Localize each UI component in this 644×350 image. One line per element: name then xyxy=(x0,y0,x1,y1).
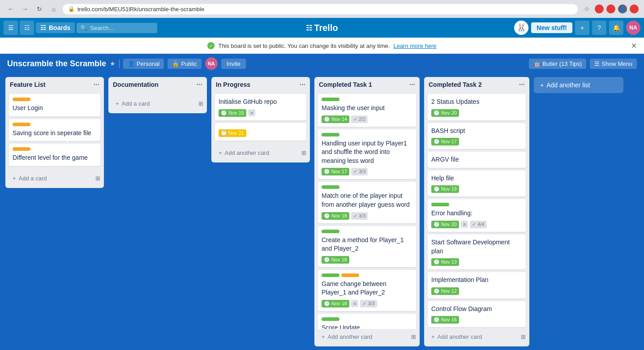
card-title: Implementation Plan xyxy=(431,276,522,285)
user-avatar-header[interactable]: NA xyxy=(626,21,640,35)
invite-button[interactable]: Invite xyxy=(221,59,246,69)
plus-icon: + xyxy=(116,100,119,107)
list-body xyxy=(108,92,207,96)
card[interactable]: Match one of the player input from anoth… xyxy=(318,182,416,223)
extension-1[interactable] xyxy=(595,4,604,13)
card[interactable]: Help file🕐 Nov 19 xyxy=(428,171,526,197)
card[interactable]: Game change between Player_1 and Player_… xyxy=(318,270,416,311)
info-button[interactable]: ? xyxy=(592,21,606,35)
card-title: Handling user input by Player1 and shuff… xyxy=(322,139,412,166)
card-title: Game change between Player_1 and Player_… xyxy=(322,280,412,297)
new-label: New stuff! xyxy=(537,24,567,31)
card-title: Start Software Development plan xyxy=(431,238,522,256)
search-bar[interactable]: 🔍 Search... xyxy=(77,23,157,33)
badge: 🕐 Nov 20 xyxy=(431,109,459,117)
notification-button[interactable]: 🔔 xyxy=(609,21,623,35)
archive-icon[interactable]: ⊞ xyxy=(411,333,416,340)
extension-2[interactable] xyxy=(606,4,615,13)
forward-button[interactable]: → xyxy=(20,4,30,14)
bookmark-button[interactable]: ☆ xyxy=(581,4,592,14)
card[interactable]: Implementation Plan🕐 Nov 12 xyxy=(428,272,526,299)
personal-button[interactable]: 👤 Personal xyxy=(123,59,164,69)
card-label-green xyxy=(322,98,339,101)
card[interactable]: Score Update🕐 Nov 19✓ 2/2 xyxy=(318,314,416,329)
list-menu-button[interactable]: ··· xyxy=(519,81,525,89)
list-menu-button[interactable]: ··· xyxy=(300,81,305,89)
board-header-right: 🤖 Butler (13 Tips) ☰ Show Menu xyxy=(529,59,637,69)
url-bar[interactable]: 🔒 trello.com/b/MEU51lRk/unscramble-the-s… xyxy=(63,4,578,14)
home-button[interactable]: ⌂ xyxy=(48,4,59,14)
back-button[interactable]: ← xyxy=(5,4,16,14)
card-title: ARGV file xyxy=(431,155,522,164)
card[interactable]: 🕐 Nov 21 xyxy=(215,123,306,141)
list-documentation: Documentation···+ Add a card⊞ xyxy=(108,77,207,113)
card-label-green xyxy=(322,230,339,233)
card[interactable]: Create a method for Player_1 and Player_… xyxy=(318,226,416,267)
card[interactable]: Saving score in seperate file xyxy=(9,119,100,141)
list-body: Initialise GitHub repo🕐 Nov 15≡ 🕐 Nov 21 xyxy=(211,92,310,145)
new-stuff-button[interactable]: New stuff! xyxy=(531,22,572,33)
add-list-label: Add another list xyxy=(546,81,590,89)
card[interactable]: Error handling:🕐 Nov 20≡ ✓ 4/4 xyxy=(428,199,526,232)
archive-icon[interactable]: ⊞ xyxy=(301,149,306,156)
public-button[interactable]: 🔓 Public xyxy=(167,59,201,69)
learn-more-link[interactable]: Learn more here xyxy=(393,43,436,49)
extension-3[interactable] xyxy=(630,4,639,13)
card[interactable]: Initialise GitHub repo🕐 Nov 15≡ xyxy=(215,94,306,120)
card[interactable]: BASH script🕐 Nov 17 xyxy=(428,123,526,149)
card[interactable]: Different level for the game xyxy=(9,144,100,166)
star-board-button[interactable]: ★ xyxy=(110,60,116,67)
list-body: Masking the user input🕐 Nov 14✓ 2/2Handl… xyxy=(314,92,420,329)
card-title: Help file xyxy=(431,174,522,183)
list-menu-button[interactable]: ··· xyxy=(94,81,99,89)
badge: 🕐 Nov 13 xyxy=(431,258,459,266)
card[interactable]: Start Software Development plan🕐 Nov 13 xyxy=(428,235,526,269)
card[interactable]: User Login xyxy=(9,94,100,116)
plus-icon: + xyxy=(13,175,16,182)
card-title: Different level for the game xyxy=(13,154,97,162)
badge: 🕐 Nov 18 xyxy=(322,300,349,307)
close-banner-button[interactable]: ✕ xyxy=(631,42,637,50)
add-card-label: Add a card xyxy=(19,175,47,182)
add-card-button[interactable]: + Add another card xyxy=(318,331,411,343)
add-list-button[interactable]: +Add another list xyxy=(534,77,623,93)
card[interactable]: Masking the user input🕐 Nov 14✓ 2/2 xyxy=(318,94,416,127)
member-avatar[interactable]: NA xyxy=(205,57,218,70)
grid-icon-btn[interactable]: ☷ xyxy=(20,21,34,35)
add-card-button[interactable]: + Add a card xyxy=(112,98,198,110)
badge: 🕐 Nov 20 xyxy=(431,221,459,228)
show-menu-button[interactable]: ☰ Show Menu xyxy=(590,59,637,69)
list-menu-button[interactable]: ··· xyxy=(409,81,415,89)
card[interactable]: Control Flow Diagram🕐 Nov 16 xyxy=(428,301,526,328)
card-badges: 🕐 Nov 21 xyxy=(219,129,303,137)
mascot-area: 🐰 xyxy=(514,21,528,35)
card-label-green xyxy=(431,203,449,206)
add-card-button[interactable]: + Add another card xyxy=(215,147,301,159)
badge: 🕐 Nov 14 xyxy=(322,115,349,123)
home-icon-btn[interactable]: ☰ xyxy=(4,21,18,35)
card[interactable]: Handling user input by Player1 and shuff… xyxy=(318,129,416,179)
add-button[interactable]: + xyxy=(575,21,589,35)
list-footer: + Add another card⊞ xyxy=(211,145,310,162)
board-title[interactable]: Unscramble the Scramble xyxy=(7,59,106,68)
badge: 🕐 Nov 15 xyxy=(219,109,246,117)
add-card-button[interactable]: + Add another card xyxy=(428,331,521,343)
add-card-button[interactable]: + Add a card xyxy=(9,172,95,184)
card-label-orange xyxy=(13,123,30,126)
list-body: User LoginSaving score in seperate fileD… xyxy=(5,92,104,171)
boards-button[interactable]: ☷ Boards xyxy=(36,22,75,33)
badge: ≡ xyxy=(248,109,255,116)
butler-button[interactable]: 🤖 Butler (13 Tips) xyxy=(529,59,586,69)
archive-icon[interactable]: ⊞ xyxy=(521,333,526,340)
badge: 🕐 Nov 17 xyxy=(431,138,459,145)
card-title: Error handling: xyxy=(431,209,522,218)
card[interactable]: ARGV file xyxy=(428,152,526,168)
archive-icon[interactable]: ⊞ xyxy=(95,175,100,182)
card[interactable]: 2 Status Updates🕐 Nov 20 xyxy=(428,94,526,120)
user-avatar[interactable]: 👤 xyxy=(618,4,627,13)
list-menu-button[interactable]: ··· xyxy=(197,81,202,89)
list-completed-task-1: Completed Task 1···Masking the user inpu… xyxy=(314,77,420,346)
archive-icon[interactable]: ⊞ xyxy=(198,100,203,107)
menu-icon: ☰ xyxy=(594,60,600,67)
refresh-button[interactable]: ↻ xyxy=(34,4,45,14)
